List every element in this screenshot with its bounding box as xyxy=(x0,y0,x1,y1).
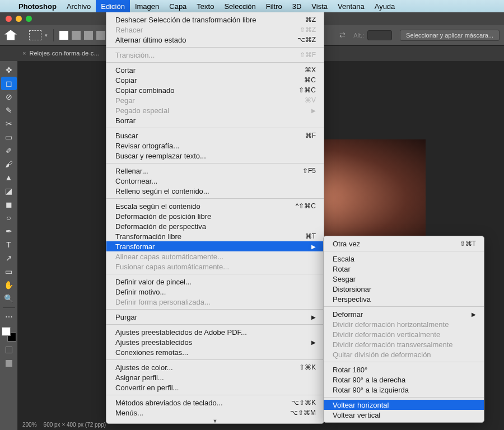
menu-selección[interactable]: Selección xyxy=(219,0,260,12)
edicion-item[interactable]: Ajustes de color...⇧⌘K xyxy=(106,362,324,372)
color-swatches[interactable] xyxy=(2,327,16,342)
home-icon[interactable] xyxy=(4,30,17,40)
edicion-item[interactable]: Escala según el contenido^⇧⌘C xyxy=(106,201,324,211)
edicion-item[interactable]: Métodos abreviados de teclado...⌥⇧⌘K xyxy=(106,398,324,408)
menu-3d[interactable]: 3D xyxy=(287,0,307,12)
submenu-transformar[interactable]: Otra vez⇧⌘TEscalaRotarSesgarDistorsionar… xyxy=(323,236,484,423)
edicion-item[interactable]: Cortar⌘X xyxy=(106,65,324,75)
edicion-item: Fusionar capas automáticamente... xyxy=(106,261,324,272)
more-tools-icon[interactable]: ⋯ xyxy=(1,310,17,324)
menu-filtro[interactable]: Filtro xyxy=(261,0,287,12)
app-name[interactable]: Photoshop xyxy=(13,2,62,11)
menu-ayuda[interactable]: Ayuda xyxy=(370,0,400,12)
menu-item-label: Definir valor de pincel... xyxy=(115,278,192,286)
edicion-item[interactable]: Convertir en perfil... xyxy=(106,382,324,392)
zoom-tool[interactable]: 🔍 xyxy=(1,292,17,305)
edicion-item[interactable]: Ajustes preestablecidos de Adobe PDF... xyxy=(106,327,324,337)
brush-tool[interactable]: 🖌 xyxy=(1,157,17,171)
edicion-item[interactable]: Deshacer Selección de transformación lib… xyxy=(106,15,324,25)
gradient-tool[interactable]: ◼ xyxy=(1,198,17,211)
edicion-item[interactable]: Transformar▶ xyxy=(106,241,324,251)
eraser-tool[interactable]: ◪ xyxy=(1,184,17,198)
edicion-item[interactable]: Menús...⌥⇧⌘M xyxy=(106,408,324,418)
menu-texto[interactable]: Texto xyxy=(192,0,219,12)
marquee-subtract-icon[interactable] xyxy=(84,31,93,40)
lasso-tool[interactable]: ⊘ xyxy=(1,90,17,104)
edicion-item[interactable]: Revisar ortografía... xyxy=(106,141,324,151)
edicion-item[interactable]: Alternar último estado⌥⌘Z xyxy=(106,35,324,45)
zoom-window-icon[interactable] xyxy=(26,16,32,22)
close-window-icon[interactable] xyxy=(6,16,12,22)
stamp-tool[interactable]: ▲ xyxy=(1,171,17,184)
menu-item-label: Deformar xyxy=(333,310,363,319)
edicion-item[interactable]: Buscar⌘F xyxy=(106,130,324,141)
submenu-arrow-icon: ▶ xyxy=(295,108,316,114)
marquee-rect-icon[interactable] xyxy=(59,31,68,40)
close-tab-icon[interactable]: × xyxy=(22,50,26,57)
pen-tool[interactable]: ✒ xyxy=(1,225,17,238)
path-tool[interactable]: ↗ xyxy=(1,251,17,265)
menu-capa[interactable]: Capa xyxy=(164,0,192,12)
edicion-item[interactable]: Definir motivo... xyxy=(106,287,324,297)
transformar-item[interactable]: Rotar xyxy=(324,264,484,274)
transformar-item[interactable]: Voltear vertical xyxy=(324,410,484,420)
menu-edición[interactable]: Edición xyxy=(96,0,130,12)
tool-preset-icon[interactable] xyxy=(29,30,41,40)
alt-input[interactable] xyxy=(367,30,392,40)
minimize-window-icon[interactable] xyxy=(16,16,22,22)
marquee-tool[interactable]: ◻ xyxy=(1,77,17,90)
crop-tool[interactable]: ✂ xyxy=(1,117,17,130)
menu-edicion[interactable]: Deshacer Selección de transformación lib… xyxy=(106,12,324,424)
quick-select-tool[interactable]: ✎ xyxy=(1,104,17,117)
menu-ventana[interactable]: Ventana xyxy=(333,0,370,12)
marquee-intersect-icon[interactable] xyxy=(96,31,105,40)
edicion-item[interactable]: Transformación libre⌘T xyxy=(106,231,324,241)
transformar-item[interactable]: Rotar 90° a la derecha xyxy=(324,375,484,385)
transformar-item[interactable]: Voltear horizontal xyxy=(324,400,484,410)
screenmode-icon[interactable] xyxy=(1,355,17,368)
select-mask-button[interactable]: Seleccionar y aplicar máscara... xyxy=(400,30,500,41)
edicion-item[interactable]: Contornear... xyxy=(106,176,324,186)
transformar-item[interactable]: Rotar 90° a la izquierda xyxy=(324,385,484,395)
edicion-item[interactable]: Conexiones remotas... xyxy=(106,347,324,357)
menu-archivo[interactable]: Archivo xyxy=(62,0,96,12)
transformar-item[interactable]: Sesgar xyxy=(324,274,484,284)
swap-icon[interactable]: ⇄ xyxy=(339,31,346,39)
quickmask-icon[interactable] xyxy=(1,342,17,355)
menu-item-label: Pegado especial xyxy=(115,106,169,115)
eyedropper-tool[interactable]: ✐ xyxy=(1,144,17,157)
transformar-item[interactable]: Perspectiva xyxy=(324,294,484,304)
transformar-item[interactable]: Deformar▶ xyxy=(324,309,484,319)
edicion-item[interactable]: Copiar combinado⇧⌘C xyxy=(106,85,324,95)
menu-imagen[interactable]: Imagen xyxy=(130,0,164,12)
edicion-item[interactable]: Rellenar...⇧F5 xyxy=(106,166,324,176)
edicion-item[interactable]: Deformación de posición libre xyxy=(106,211,324,221)
type-tool[interactable]: T xyxy=(1,238,17,251)
edicion-item[interactable]: Borrar xyxy=(106,115,324,125)
transformar-item[interactable]: Escala xyxy=(324,254,484,264)
transformar-item[interactable]: Distorsionar xyxy=(324,284,484,294)
move-tool[interactable]: ✥ xyxy=(1,63,17,77)
edicion-item[interactable]: Buscar y reemplazar texto... xyxy=(106,151,324,161)
edicion-item[interactable]: Copiar⌘C xyxy=(106,75,324,85)
frame-tool[interactable]: ▭ xyxy=(1,130,17,144)
edicion-item[interactable]: Purgar▶ xyxy=(106,312,324,322)
chevron-down-icon[interactable]: ▾ xyxy=(45,32,48,38)
zoom-level[interactable]: 200% xyxy=(22,422,37,428)
menu-item-label: Rotar 180° xyxy=(333,366,367,374)
hand-tool[interactable]: ✋ xyxy=(1,278,17,292)
edicion-item[interactable]: Asignar perfil... xyxy=(106,372,324,382)
edicion-item[interactable]: Ajustes preestablecidos▶ xyxy=(106,337,324,347)
document-tab[interactable]: × Relojes-con-forma-de-c… xyxy=(22,50,100,57)
transformar-item[interactable]: Otra vez⇧⌘T xyxy=(324,239,484,249)
dodge-tool[interactable]: ○ xyxy=(1,211,17,225)
edicion-item[interactable]: Deformación de perspectiva xyxy=(106,221,324,231)
marquee-add-icon[interactable] xyxy=(72,31,81,40)
transformar-item[interactable]: Rotar 180° xyxy=(324,364,484,375)
shape-tool[interactable]: ▭ xyxy=(1,265,17,278)
edicion-item[interactable]: Definir valor de pincel... xyxy=(106,277,324,287)
shortcut: ⌘X xyxy=(288,66,316,74)
menu-vista[interactable]: Vista xyxy=(306,0,333,12)
edicion-item[interactable]: Relleno según el contenido... xyxy=(106,186,324,196)
fg-swatch[interactable] xyxy=(2,327,11,336)
